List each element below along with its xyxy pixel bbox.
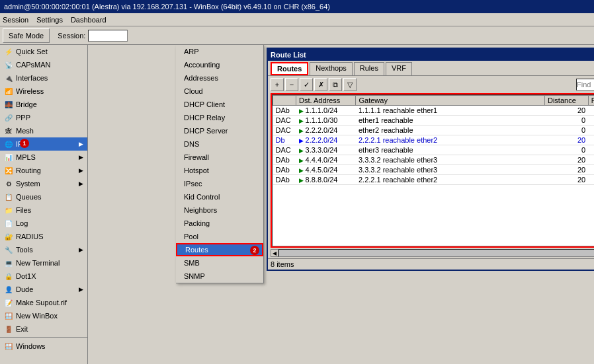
filter-button[interactable]: ▽	[343, 78, 357, 91]
ip-arrow-icon: ▶	[79, 141, 83, 147]
disable-button[interactable]: ✗	[314, 78, 327, 91]
tools-icon: 🔧	[4, 245, 13, 254]
submenu-item-dhcp-relay[interactable]: DHCP Relay	[176, 111, 263, 124]
row-routing-mark	[588, 116, 594, 126]
add-button[interactable]: +	[271, 78, 284, 91]
mpls-arrow-icon: ▶	[79, 154, 83, 161]
sidebar-label-interfaces: Interfaces	[16, 74, 48, 82]
table-row[interactable]: DAb ▶ 8.8.8.0/24 2.2.2.1 reachable ether…	[273, 175, 595, 185]
sidebar-label-exit: Exit	[16, 325, 28, 333]
sidebar-item-ppp[interactable]: 🔗 PPP	[0, 111, 87, 124]
submenu-item-addresses[interactable]: Addresses	[176, 71, 263, 85]
menu-settings[interactable]: Settings	[36, 16, 63, 24]
submenu-item-cloud[interactable]: Cloud	[176, 85, 263, 98]
table-row[interactable]: DAC ▶ 1.1.1.0/30 ether1 reachable 0	[273, 116, 595, 126]
bridge-icon: 🌉	[4, 100, 13, 109]
scroll-track[interactable]	[278, 249, 594, 257]
scroll-left-button[interactable]: ◀	[271, 249, 278, 257]
row-dst-address: ▶ 1.1.1.0/30	[296, 116, 356, 126]
terminal-icon: 💻	[4, 258, 13, 268]
find-input[interactable]	[576, 79, 594, 91]
route-list-window: Route List _ □ ✕ Routes Nexthops Rules V…	[267, 48, 594, 271]
sidebar-label-tools: Tools	[16, 246, 33, 254]
submenu-item-accounting[interactable]: Accounting	[176, 58, 263, 71]
sidebar-item-dude[interactable]: 👤 Dude ▶	[0, 283, 87, 296]
sidebar-item-dot1x[interactable]: 🔒 Dot1X	[0, 270, 87, 283]
session-input[interactable]	[88, 30, 128, 42]
submenu-item-arp[interactable]: ARP	[176, 45, 263, 58]
title-bar: admin@50:00:00:02:00:01 (Alestra) via 19…	[0, 0, 594, 13]
tab-nexthops[interactable]: Nexthops	[310, 62, 352, 75]
sidebar-item-interfaces[interactable]: 🔌 Interfaces	[0, 71, 87, 85]
row-dst-address: ▶ 3.3.3.0/24	[296, 145, 356, 155]
submenu-item-snmp[interactable]: SNMP	[176, 270, 263, 283]
row-routing-mark	[588, 165, 594, 175]
menu-dashboard[interactable]: Dashboard	[71, 16, 106, 24]
addresses-label: Addresses	[184, 74, 218, 82]
submenu-item-smb[interactable]: SMB	[176, 256, 263, 270]
dude-arrow-icon: ▶	[79, 286, 83, 293]
submenu-item-pool[interactable]: Pool	[176, 230, 263, 243]
submenu-item-firewall[interactable]: Firewall	[176, 151, 263, 164]
sidebar-item-new-winbox[interactable]: 🪟 New WinBox	[0, 309, 87, 322]
submenu-item-hotspot[interactable]: Hotspot	[176, 164, 263, 177]
sidebar-item-tools[interactable]: 🔧 Tools ▶	[0, 243, 87, 256]
table-row[interactable]: DAb ▶ 1.1.1.0/24 1.1.1.1 reachable ether…	[273, 106, 595, 116]
tab-vrf[interactable]: VRF	[386, 62, 412, 75]
submenu-item-ipsec[interactable]: IPsec	[176, 177, 263, 190]
session-label: Session:	[58, 32, 85, 40]
remove-button[interactable]: −	[285, 78, 298, 91]
ip-icon: 🌐	[4, 139, 13, 149]
row-type: DAC	[273, 126, 296, 135]
capsman-icon: 📡	[4, 60, 13, 69]
submenu-item-dns[interactable]: DNS	[176, 137, 263, 151]
safe-mode-button[interactable]: Safe Mode	[3, 28, 50, 43]
enable-button[interactable]: ✓	[300, 78, 313, 91]
table-row[interactable]: DAC ▶ 2.2.2.0/24 ether2 reachable 0	[273, 126, 595, 135]
sidebar-label-radius: RADIUS	[16, 233, 44, 240]
row-gateway: ether3 reachable	[356, 145, 545, 155]
sidebar-item-quick-set[interactable]: ⚡ Quick Set	[0, 45, 87, 58]
sidebar-item-exit[interactable]: 🚪 Exit	[0, 322, 87, 336]
cloud-label: Cloud	[184, 87, 203, 95]
tab-routes[interactable]: Routes	[271, 62, 308, 75]
col-gateway: Gateway	[356, 96, 545, 106]
table-row[interactable]: DAC ▶ 3.3.3.0/24 ether3 reachable 0	[273, 145, 595, 155]
row-dst-address: ▶ 1.1.1.0/24	[296, 106, 356, 116]
row-gateway: ether1 reachable	[356, 116, 545, 126]
table-row[interactable]: DAb ▶ 4.4.5.0/24 3.3.3.2 reachable ether…	[273, 165, 595, 175]
sidebar-item-queues[interactable]: 📋 Queues	[0, 190, 87, 203]
row-type: DAb	[273, 175, 296, 185]
submenu-item-routes[interactable]: Routes 2	[176, 243, 263, 256]
sidebar-item-make-supout[interactable]: 📝 Make Supout.rif	[0, 296, 87, 309]
submenu-item-neighbors[interactable]: Neighbors	[176, 203, 263, 217]
sidebar-label-new-winbox: New WinBox	[16, 312, 58, 320]
table-row[interactable]: Db ▶ 2.2.2.0/24 2.2.2.1 reachable ether2…	[273, 135, 595, 145]
submenu-item-dhcp-server[interactable]: DHCP Server	[176, 124, 263, 137]
sidebar-item-system[interactable]: ⚙ System ▶	[0, 177, 87, 190]
exit-icon: 🚪	[4, 324, 13, 334]
sidebar-item-files[interactable]: 📁 Files	[0, 203, 87, 217]
sidebar-item-new-terminal[interactable]: 💻 New Terminal	[0, 256, 87, 270]
sidebar-item-ip[interactable]: 🌐 IP 1 ▶	[0, 137, 87, 151]
menu-session[interactable]: Session	[3, 16, 28, 24]
tab-rules[interactable]: Rules	[354, 62, 384, 75]
col-dst-address: Dst. Address	[296, 96, 356, 106]
sidebar-item-routing[interactable]: 🔀 Routing ▶	[0, 164, 87, 177]
sidebar-item-capsman[interactable]: 📡 CAPsMAN	[0, 58, 87, 71]
sidebar-item-radius[interactable]: 🔐 RADIUS	[0, 230, 87, 243]
sidebar-item-wireless[interactable]: 📶 Wireless	[0, 85, 87, 98]
sidebar-item-log[interactable]: 📄 Log	[0, 217, 87, 230]
submenu-item-kid-control[interactable]: Kid Control	[176, 190, 263, 203]
sidebar-item-windows[interactable]: 🪟 Windows	[0, 340, 87, 353]
sidebar-item-mesh[interactable]: 🕸 Mesh	[0, 124, 87, 137]
sidebar-item-bridge[interactable]: 🌉 Bridge	[0, 98, 87, 111]
copy-button[interactable]: ⧉	[329, 78, 342, 91]
table-row[interactable]: DAb ▶ 4.4.4.0/24 3.3.3.2 reachable ether…	[273, 155, 595, 165]
row-gateway: ether2 reachable	[356, 126, 545, 135]
submenu-item-packing[interactable]: Packing	[176, 217, 263, 230]
sidebar-label-ppp: PPP	[16, 114, 30, 122]
submenu-item-dhcp-client[interactable]: DHCP Client	[176, 98, 263, 111]
sidebar-item-mpls[interactable]: 📊 MPLS ▶	[0, 151, 87, 164]
ppp-icon: 🔗	[4, 113, 13, 122]
